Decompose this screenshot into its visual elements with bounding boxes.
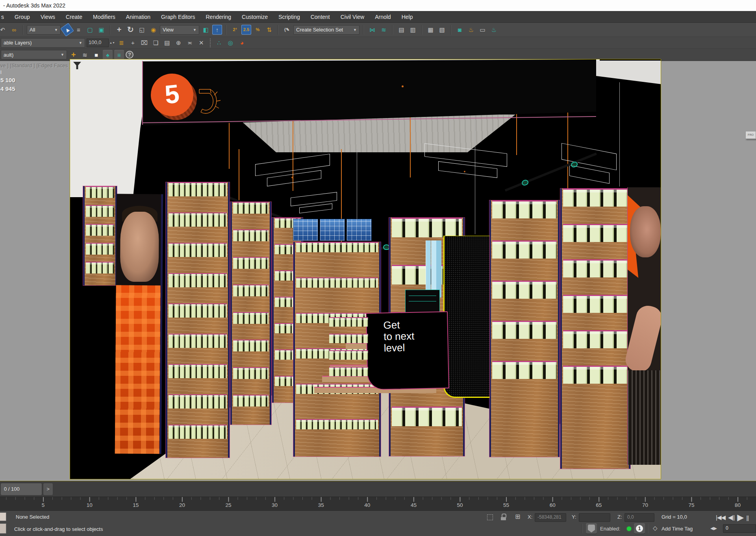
- add-to-layer-icon[interactable]: ❏: [151, 38, 161, 48]
- key-filters-button[interactable]: 1: [634, 523, 645, 534]
- go-to-start-button[interactable]: |◀◀: [716, 514, 725, 521]
- menu-item-content[interactable]: Content: [311, 14, 330, 20]
- curve-editor-icon[interactable]: ▦: [426, 25, 435, 35]
- rendered-frame-window-icon[interactable]: ▭: [478, 25, 487, 35]
- shelf-unit: [489, 200, 560, 457]
- help-icon[interactable]: ?: [126, 51, 133, 59]
- render-production-icon[interactable]: ♨: [489, 25, 499, 35]
- blank-swatch-icon[interactable]: ■: [91, 50, 101, 60]
- create-layer-icon[interactable]: +: [128, 38, 138, 48]
- angle-snap-icon[interactable]: %: [253, 25, 263, 35]
- manage-layers-icon[interactable]: ≣: [117, 38, 126, 48]
- layer-spinner[interactable]: 100,0▲▼: [87, 39, 115, 47]
- bottle-row: [233, 285, 269, 296]
- layer-explorer-icon[interactable]: ▥: [408, 25, 418, 35]
- use-pivot-point-center-icon[interactable]: ◧: [201, 25, 211, 35]
- reference-coordinate-dropdown[interactable]: View▼: [160, 25, 199, 35]
- select-by-name-icon[interactable]: ≡: [74, 25, 83, 35]
- report-list-icon[interactable]: ≡: [114, 50, 124, 60]
- select-and-rotate-icon[interactable]: ↻: [126, 25, 135, 35]
- merge-layers-icon[interactable]: ≍: [185, 38, 195, 48]
- z-coordinate-field[interactable]: 0,0: [624, 513, 654, 522]
- enabled-label: Enabled:: [600, 526, 620, 532]
- snaps-toggle-25d-icon[interactable]: 2.5: [241, 25, 251, 35]
- viewport-canvas[interactable]: 5: [70, 59, 661, 479]
- layer-stack-icon[interactable]: ≋: [80, 50, 90, 60]
- align-pivot-icon[interactable]: ∴: [214, 38, 224, 48]
- isolate-selection-icon[interactable]: ◎: [226, 38, 235, 48]
- next-key-button[interactable]: >: [43, 483, 53, 495]
- mirror-icon[interactable]: ⋈: [367, 25, 377, 35]
- cut-off-icon[interactable]: [0, 512, 6, 521]
- next-frame-button[interactable]: ||: [746, 514, 749, 521]
- toolbar-separator: [278, 25, 278, 35]
- menu-item-scripting[interactable]: Scripting: [278, 14, 300, 20]
- absolute-mode-icon[interactable]: ⊞: [515, 513, 520, 520]
- viewport-label[interactable]: ve ] [Standard ] [Edged Faces ]: [0, 63, 70, 68]
- add-time-tag[interactable]: Add Time Tag: [662, 526, 693, 532]
- display-toggle-icon[interactable]: ◕: [237, 38, 247, 48]
- schematic-view-icon[interactable]: ▧: [437, 25, 447, 35]
- security-shield-button[interactable]: [586, 523, 597, 534]
- select-object-icon[interactable]: ▲: [60, 23, 74, 37]
- x-coordinate-field[interactable]: -58348,281: [535, 513, 566, 522]
- undo-icon[interactable]: ↶: [0, 25, 7, 35]
- delete-layer-icon[interactable]: ⌧: [139, 38, 149, 48]
- select-layer-objects-icon[interactable]: ▤: [162, 38, 172, 48]
- bottle-row: [296, 419, 378, 429]
- y-coordinate-field[interactable]: [579, 513, 610, 522]
- vegetation-icon[interactable]: ♠: [103, 50, 113, 60]
- frame-step-arrows[interactable]: ◀▶: [710, 526, 717, 531]
- current-frame-field[interactable]: 0: [723, 524, 756, 533]
- main-toolbar: ↶∞All▼▲≡▢▣+↻◱◉View▼◧↑2³2.5%⇅{✎Create Sel…: [0, 23, 756, 37]
- material-editor-icon[interactable]: ◙: [455, 25, 465, 35]
- select-and-link-icon[interactable]: ∞: [9, 25, 19, 35]
- select-and-place-icon[interactable]: ◉: [148, 25, 158, 35]
- bottle-row: [329, 350, 368, 360]
- layer-list-dropdown[interactable]: able Layers)▼: [1, 38, 85, 48]
- menu-item-arnold[interactable]: Arnold: [375, 14, 391, 20]
- environment-background: [70, 59, 151, 197]
- menu-item-group[interactable]: Group: [15, 14, 30, 20]
- selection-lock-icon[interactable]: [501, 514, 506, 520]
- rectangular-selection-region-icon[interactable]: ▢: [85, 25, 95, 35]
- menu-item-modifiers[interactable]: Modifiers: [93, 14, 115, 20]
- selection-filter-dropdown[interactable]: All▼: [27, 25, 61, 35]
- menu-item-civil-view[interactable]: Civil View: [341, 14, 364, 20]
- snaps-toggle-3d-icon[interactable]: 2³: [230, 25, 240, 35]
- spinner-snap-icon[interactable]: ⇅: [264, 25, 274, 35]
- select-and-move-icon[interactable]: +: [114, 25, 124, 35]
- menu-item-rendering[interactable]: Rendering: [206, 14, 231, 20]
- cube-icon: ◇: [653, 525, 658, 532]
- time-slider[interactable]: 0 / 100: [1, 483, 42, 495]
- bottle-row: [492, 240, 557, 259]
- cut-off-icon[interactable]: [0, 523, 6, 534]
- align-icon[interactable]: ≋: [379, 25, 389, 35]
- timeline-ruler[interactable]: 5101520253035404550556065707580: [0, 497, 756, 510]
- x-label: X:: [528, 514, 532, 520]
- menu-item-customize[interactable]: Customize: [242, 14, 268, 20]
- add-icon[interactable]: +: [69, 50, 78, 60]
- named-selection-sets-dropdown[interactable]: Create Selection Set▼: [293, 25, 359, 35]
- menu-item-views[interactable]: Views: [41, 14, 55, 20]
- menu-item-s[interactable]: s: [1, 14, 4, 20]
- play-button[interactable]: ▶: [737, 512, 743, 523]
- scene-explorer-icon[interactable]: ▤: [397, 25, 406, 35]
- preset-dropdown[interactable]: ault)▼: [1, 50, 67, 59]
- set-current-layer-icon[interactable]: ⊕: [174, 38, 183, 48]
- select-and-scale-icon[interactable]: ◱: [137, 25, 147, 35]
- render-setup-icon[interactable]: ♨: [466, 25, 476, 35]
- select-and-manipulate-icon[interactable]: ↑: [212, 25, 222, 35]
- previous-frame-button[interactable]: ◀||: [728, 514, 734, 521]
- menu-item-animation[interactable]: Animation: [126, 14, 150, 20]
- window-crossing-icon[interactable]: ▣: [96, 25, 106, 35]
- menu-item-create[interactable]: Create: [66, 14, 82, 20]
- bottle-row: [563, 330, 628, 348]
- menu-item-graph-editors[interactable]: Graph Editors: [161, 14, 195, 20]
- viewport-secondary[interactable]: ve ] [Standard ] [Edged Faces ] l 5 100 …: [0, 61, 70, 479]
- edit-named-selection-sets-icon[interactable]: {✎: [282, 25, 292, 35]
- remove-from-layer-icon[interactable]: ✕: [196, 38, 206, 48]
- shelf-unit: [166, 182, 230, 458]
- menu-item-help[interactable]: Help: [402, 14, 413, 20]
- selection-region-icon[interactable]: [487, 514, 493, 520]
